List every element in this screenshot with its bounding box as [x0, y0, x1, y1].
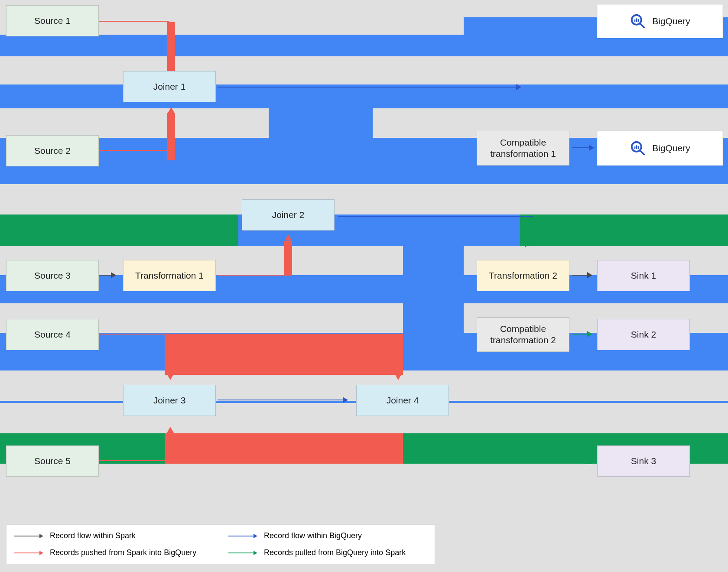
node-label: Joiner 2	[272, 209, 305, 221]
legend-label: Record flow within BigQuery	[264, 531, 362, 540]
node-source-2: Source 2	[6, 135, 99, 166]
legend-swatch-blue-arrow	[228, 536, 257, 536]
node-source-1: Source 1	[6, 5, 99, 36]
legend-item-bq-flow: Record flow within BigQuery	[221, 527, 435, 544]
spark-pull-band	[0, 214, 238, 246]
edge-source4-to-joiner3	[98, 334, 167, 335]
node-label: Compatible transformation 2	[481, 323, 566, 346]
node-label: Source 1	[34, 15, 71, 26]
node-label: Transformation 1	[135, 270, 204, 281]
node-transformation-2: Transformation 2	[477, 260, 569, 291]
node-joiner-3: Joiner 3	[123, 385, 216, 416]
svg-rect-7	[638, 146, 639, 149]
arrow	[394, 374, 402, 380]
node-sink-1: Sink 1	[597, 260, 690, 291]
node-joiner-1: Joiner 1	[123, 71, 216, 102]
edge-trans2-to-sink1	[572, 275, 592, 276]
node-label: Source 2	[34, 145, 71, 156]
legend-item-pull: Records pulled from BigQuery into Spark	[221, 544, 435, 561]
svg-rect-2	[636, 18, 637, 22]
node-label: Source 5	[34, 455, 71, 467]
node-label: Sink 2	[631, 329, 656, 340]
svg-rect-5	[634, 146, 636, 149]
edge-joiner2-out	[338, 216, 533, 217]
node-label: Joiner 4	[387, 395, 419, 406]
diagram-canvas: Source 1 BigQuery Joiner 1 Source 2 Comp…	[0, 0, 728, 572]
spacer	[526, 184, 728, 214]
edge-source3-to-trans1	[98, 275, 116, 276]
node-label: Source 4	[34, 329, 71, 340]
arrow	[166, 374, 174, 380]
node-joiner-2: Joiner 2	[242, 199, 335, 231]
legend-swatch-black-arrow	[14, 536, 43, 536]
edge-source2-to-joiner1	[98, 150, 169, 151]
legend-label: Record flow within Spark	[50, 531, 136, 540]
node-label: Source 3	[34, 270, 71, 281]
node-bigquery-sink: BigQuery	[597, 131, 723, 166]
node-compat-transformation-1: Compatible transformation 1	[477, 131, 569, 166]
edge-compat2-to-sink2	[572, 334, 592, 335]
node-sink-2: Sink 2	[597, 319, 690, 350]
push-band	[284, 241, 292, 276]
edge-joiner1-to-compat1	[218, 87, 521, 88]
node-compat-transformation-2: Compatible transformation 2	[477, 317, 569, 352]
spacer	[0, 56, 464, 84]
legend-item-push: Records pushed from Spark into BigQuery	[6, 544, 221, 561]
node-label: BigQuery	[652, 16, 690, 27]
node-transformation-1: Transformation 1	[123, 260, 216, 291]
arrow	[585, 458, 593, 465]
edge-joiner2-to-trans2	[525, 216, 526, 242]
push-band	[167, 113, 175, 160]
legend-label: Records pushed from Spark into BigQuery	[50, 548, 196, 557]
node-label: Joiner 1	[153, 81, 186, 92]
spacer	[0, 0, 728, 4]
arrow	[166, 427, 174, 433]
node-bigquery-sink: BigQuery	[597, 4, 723, 38]
bigquery-icon	[630, 140, 646, 156]
node-label: Transformation 2	[489, 270, 557, 281]
edge-joiner3-to-joiner4	[218, 400, 348, 400]
edge-compat1-to-bigquery	[572, 147, 594, 148]
node-source-3: Source 3	[6, 260, 99, 291]
arrow	[522, 241, 530, 247]
legend: Record flow within Spark Record flow wit…	[6, 524, 435, 564]
edge-source5-to-joiner3	[98, 460, 167, 461]
node-source-5: Source 5	[6, 445, 99, 477]
node-joiner-4: Joiner 4	[356, 385, 449, 416]
legend-item-spark-flow: Record flow within Spark	[6, 527, 221, 544]
node-source-4: Source 4	[6, 319, 99, 350]
legend-label: Records pulled from BigQuery into Spark	[264, 548, 406, 557]
node-sink-3: Sink 3	[597, 445, 690, 477]
node-label: Sink 3	[631, 455, 656, 467]
spark-pull-band	[520, 214, 728, 246]
push-band	[167, 22, 175, 69]
edge-trans1-to-joiner2	[218, 275, 286, 276]
edge-source1-to-joiner1	[98, 21, 169, 22]
arrow	[167, 107, 175, 114]
node-label: Compatible transformation 1	[481, 137, 566, 160]
node-label: Joiner 3	[153, 395, 186, 406]
node-label: Sink 1	[631, 270, 656, 281]
svg-rect-1	[634, 20, 636, 22]
spacer	[0, 108, 269, 138]
legend-swatch-green-arrow	[228, 552, 257, 553]
node-label: BigQuery	[652, 143, 690, 154]
push-band	[165, 334, 403, 375]
legend-swatch-red-arrow	[14, 552, 43, 553]
bigquery-icon	[630, 13, 646, 29]
spacer	[464, 56, 728, 84]
svg-rect-3	[638, 19, 639, 22]
push-band	[165, 433, 403, 464]
arrow	[284, 235, 292, 241]
svg-rect-6	[636, 145, 637, 149]
